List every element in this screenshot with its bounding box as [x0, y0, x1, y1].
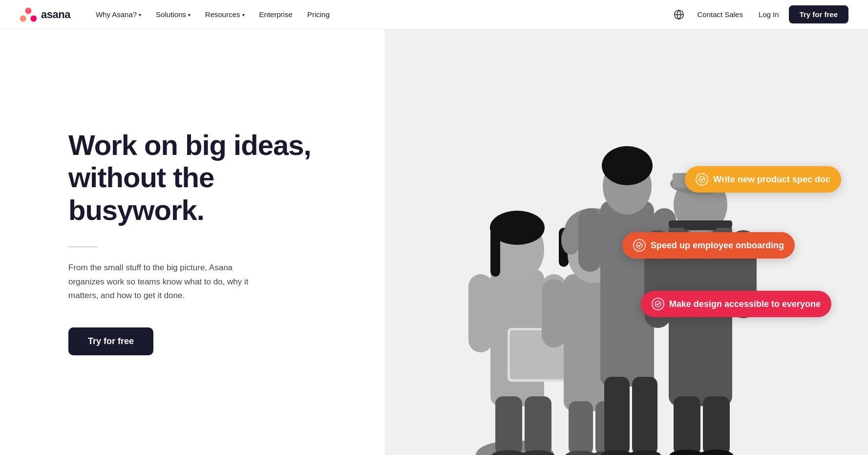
svg-rect-10 — [468, 274, 493, 352]
check-icon-2 — [633, 239, 646, 252]
globe-icon — [674, 9, 684, 20]
hero-left-panel: Work on big ideas, without the busywork.… — [0, 29, 385, 455]
chevron-down-icon: ▾ — [188, 12, 191, 18]
svg-point-2 — [30, 15, 37, 22]
svg-rect-45 — [669, 220, 732, 228]
login-link[interactable]: Log In — [753, 7, 785, 22]
svg-rect-46 — [674, 396, 700, 455]
task-badge-1: Write new product spec doc — [685, 166, 841, 193]
logo[interactable]: asana — [20, 6, 70, 23]
nav-enterprise[interactable]: Enterprise — [254, 7, 298, 22]
check-icon-3 — [652, 298, 664, 310]
svg-rect-34 — [604, 377, 630, 455]
svg-point-0 — [25, 7, 32, 14]
svg-rect-25 — [569, 401, 593, 455]
asana-logo-icon — [20, 6, 37, 23]
nav-right: Contact Sales Log In Try for free — [670, 5, 848, 23]
nav-why-asana[interactable]: Why Asana? ▾ — [90, 7, 147, 22]
navbar: asana Why Asana? ▾ Solutions ▾ Resources… — [0, 0, 868, 29]
task-badge-1-text: Write new product spec doc — [713, 174, 830, 185]
language-selector-button[interactable] — [670, 6, 688, 23]
hero-divider — [68, 246, 98, 247]
svg-rect-23 — [542, 279, 566, 347]
svg-rect-35 — [632, 377, 657, 455]
logo-text: asana — [41, 8, 70, 21]
hero-description: From the small stuff to the big picture,… — [68, 261, 254, 303]
svg-point-21 — [561, 225, 581, 255]
nav-pricing[interactable]: Pricing — [301, 7, 336, 22]
people-illustration — [444, 84, 776, 455]
chevron-down-icon: ▾ — [139, 12, 141, 18]
task-badge-2: Speed up employee onboarding — [622, 232, 795, 259]
task-badge-2-text: Speed up employee onboarding — [651, 240, 784, 251]
svg-rect-15 — [525, 396, 551, 455]
contact-sales-link[interactable]: Contact Sales — [692, 7, 749, 22]
svg-rect-8 — [490, 228, 500, 277]
hero-headline: Work on big ideas, without the busywork. — [68, 129, 336, 227]
task-badge-3: Make design accessible to everyone — [641, 291, 831, 317]
svg-rect-14 — [495, 396, 522, 455]
svg-point-31 — [602, 146, 653, 185]
svg-rect-32 — [578, 208, 602, 272]
hero-right-panel: Write new product spec doc Speed up empl… — [385, 29, 868, 455]
nav-solutions[interactable]: Solutions ▾ — [150, 7, 196, 22]
svg-point-1 — [20, 15, 26, 22]
nav-links: Why Asana? ▾ Solutions ▾ Resources ▾ Ent… — [90, 7, 670, 22]
svg-rect-47 — [703, 396, 730, 455]
task-badge-3-text: Make design accessible to everyone — [669, 299, 821, 309]
hero-try-free-button[interactable]: Try for free — [68, 327, 153, 355]
chevron-down-icon: ▾ — [242, 12, 245, 18]
nav-try-free-button[interactable]: Try for free — [789, 5, 848, 23]
main-container: Work on big ideas, without the busywork.… — [0, 29, 868, 455]
check-icon-1 — [696, 173, 708, 186]
nav-resources[interactable]: Resources ▾ — [199, 7, 251, 22]
